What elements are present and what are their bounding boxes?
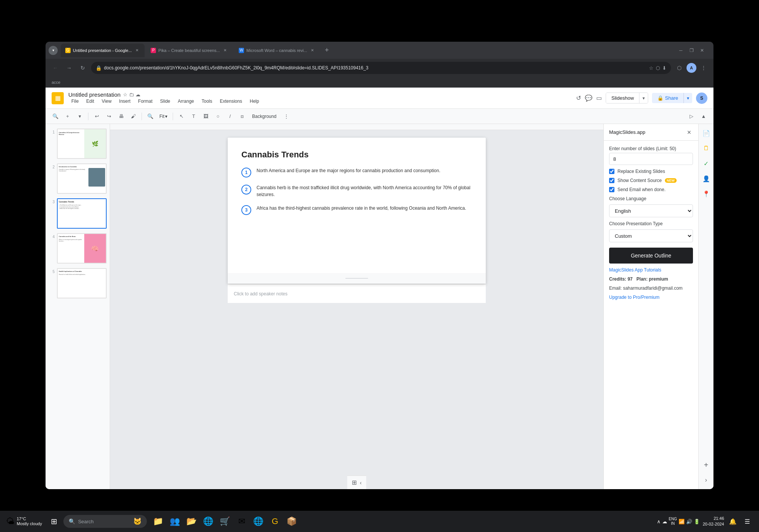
new-tab-button[interactable]: + <box>321 45 332 56</box>
sidebar-docs-icon[interactable]: 📄 <box>700 127 712 139</box>
sidebar-contacts-icon[interactable]: 👤 <box>700 173 712 185</box>
tab-1[interactable]: G Untitled presentation - Google... ✕ <box>61 44 145 57</box>
send-email-checkbox[interactable] <box>609 187 614 192</box>
slide-item-3[interactable]: 3 Cannabis Trends ① North America and Eu… <box>47 197 108 230</box>
sidebar-add-icon[interactable]: + <box>700 459 712 471</box>
taskbar-chrome-app[interactable]: 🌐 <box>251 514 266 529</box>
star-icon[interactable]: ☆ <box>123 92 128 97</box>
widgets-button[interactable]: ☰ <box>742 516 753 527</box>
generate-outline-button[interactable]: Generate Outline <box>609 248 693 264</box>
extension-icon[interactable]: ⬡ <box>656 65 660 71</box>
language-select[interactable]: English <box>609 204 693 217</box>
taskbar-docs-app[interactable]: G <box>268 514 283 529</box>
zoom-in-btn[interactable]: 🔍 <box>50 111 61 122</box>
back-button[interactable]: ← <box>50 63 61 73</box>
slide-item-2[interactable]: 2 Introduction to Cannabis Cannabis is a… <box>47 162 108 195</box>
grid-view-icon[interactable]: ⊞ <box>352 479 357 486</box>
forward-button[interactable]: → <box>64 63 74 73</box>
menu-format[interactable]: Format <box>135 98 156 105</box>
sidebar-expand-icon[interactable]: › <box>700 474 712 486</box>
print-btn[interactable]: 🖶 <box>116 111 126 122</box>
taskbar-dropbox-app[interactable]: 📦 <box>284 514 299 529</box>
menu-file[interactable]: File <box>68 98 82 105</box>
tab-3-close[interactable]: ✕ <box>309 47 315 53</box>
taskbar-edge-app[interactable]: 🌐 <box>201 514 216 529</box>
notification-button[interactable]: 🔔 <box>727 516 739 527</box>
zoom-dropdown[interactable]: ▾ <box>74 111 85 122</box>
pointer-btn[interactable]: ▷ <box>686 111 697 122</box>
tab-1-close[interactable]: ✕ <box>134 47 140 53</box>
line-btn[interactable]: / <box>225 111 235 122</box>
url-bar[interactable]: 🔒 docs.google.com/presentation/d/1hYKnoJ… <box>91 62 671 74</box>
comment-icon[interactable]: 💬 <box>585 94 592 102</box>
taskbar-store-app[interactable]: 🛒 <box>217 514 233 529</box>
select-btn[interactable]: ↖ <box>176 111 187 122</box>
battery-icon[interactable]: 🔋 <box>694 519 700 524</box>
present-icon[interactable]: ▭ <box>596 94 602 102</box>
extensions-button[interactable]: ⬡ <box>674 63 685 73</box>
slide-item-5[interactable]: 5 Health Implications of Cannabis Resear… <box>47 267 108 300</box>
slide-item-4[interactable]: 4 🧠 Cannabis and the Brain Effects on ne… <box>47 232 108 265</box>
redo-btn[interactable]: ↪ <box>104 111 114 122</box>
undo-btn[interactable]: ↩ <box>91 111 102 122</box>
speaker-notes[interactable]: Click to add speaker notes <box>228 284 486 303</box>
user-avatar[interactable]: S <box>696 93 707 104</box>
presentation-type-select[interactable]: Custom <box>609 229 693 242</box>
slide-thumb-5[interactable]: Health Implications of Cannabis Research… <box>57 268 107 298</box>
cloud-icon[interactable]: ☁ <box>135 92 140 97</box>
upgrade-link[interactable]: Upgrade to Pro/Premium <box>609 295 693 300</box>
more-options-btn[interactable]: ⋮ <box>281 111 291 122</box>
image-btn[interactable]: 🖼 <box>200 111 211 122</box>
menu-insert[interactable]: Insert <box>116 98 134 105</box>
slideshow-dropdown[interactable]: ▾ <box>639 93 648 103</box>
speaker-icon[interactable]: 🔊 <box>686 519 692 524</box>
slide-thumb-3[interactable]: Cannabis Trends ① North America and Euro… <box>57 198 107 229</box>
download-icon[interactable]: ⬇ <box>662 65 666 71</box>
tab-dropdown-button[interactable]: ▾ <box>49 46 58 55</box>
close-button[interactable]: ✕ <box>698 47 706 54</box>
show-source-checkbox[interactable] <box>609 178 614 183</box>
sidebar-tasks-icon[interactable]: ✓ <box>700 157 712 169</box>
sidebar-notes-icon[interactable]: 🗒 <box>700 142 712 154</box>
slides-count-input[interactable] <box>609 153 693 165</box>
menu-tools[interactable]: Tools <box>198 98 215 105</box>
slide-item-1[interactable]: 1 🌿 Cannabis: A ComprehensiveReview <box>47 127 108 160</box>
background-btn[interactable]: Background <box>249 112 279 121</box>
slide-thumb-4[interactable]: 🧠 Cannabis and the Brain Effects on neur… <box>57 233 107 264</box>
menu-button[interactable]: ⋮ <box>698 63 709 73</box>
slide-thumb-1[interactable]: 🌿 Cannabis: A ComprehensiveReview <box>57 129 107 159</box>
taskbar-mail-app[interactable]: ✉ <box>234 514 249 529</box>
taskbar-search[interactable]: 🔍 Search 🐱 <box>63 515 147 528</box>
magic-panel-close-button[interactable]: ✕ <box>685 129 693 136</box>
slide-thumb-2[interactable]: Introduction to Cannabis Cannabis is a g… <box>57 163 107 194</box>
text-btn[interactable]: T <box>188 111 199 122</box>
menu-view[interactable]: View <box>99 98 115 105</box>
profile-button[interactable]: A <box>686 63 697 73</box>
taskbar-teams-app[interactable]: 👥 <box>167 514 183 529</box>
zoom-plus[interactable]: + <box>62 111 73 122</box>
sidebar-maps-icon[interactable]: 📍 <box>700 188 712 200</box>
zoom-level-btn[interactable]: 🔍 <box>145 111 156 122</box>
panel-chevron-icon[interactable]: ‹ <box>360 480 362 486</box>
taskbar-files-app[interactable]: 📁 <box>151 514 166 529</box>
refresh-button[interactable]: ↻ <box>77 63 88 73</box>
taskbar-explorer-app[interactable]: 📂 <box>184 514 199 529</box>
menu-help[interactable]: Help <box>247 98 262 105</box>
history-icon[interactable]: ↺ <box>576 94 581 102</box>
tab-3[interactable]: W Microsoft Word – cannabis revi... ✕ <box>234 44 320 57</box>
folder-icon[interactable]: 🗀 <box>129 92 134 97</box>
replace-slides-checkbox[interactable] <box>609 169 614 174</box>
collapse-btn[interactable]: ▲ <box>698 111 709 122</box>
link-btn[interactable]: ⧈ <box>237 111 247 122</box>
wifi-icon[interactable]: 📶 <box>679 519 685 524</box>
tutorials-link[interactable]: MagicSlides App Tutorials <box>609 267 693 273</box>
slideshow-button[interactable]: Slideshow <box>606 93 639 103</box>
fit-select[interactable]: Fit ▾ <box>157 113 170 120</box>
shape-btn[interactable]: ○ <box>213 111 223 122</box>
menu-slide[interactable]: Slide <box>157 98 173 105</box>
tray-up-icon[interactable]: ∧ <box>657 519 661 524</box>
menu-arrange[interactable]: Arrange <box>175 98 197 105</box>
share-dropdown[interactable]: ▾ <box>684 93 692 103</box>
paint-format-btn[interactable]: 🖌 <box>128 111 139 122</box>
restore-button[interactable]: ❐ <box>688 47 695 54</box>
